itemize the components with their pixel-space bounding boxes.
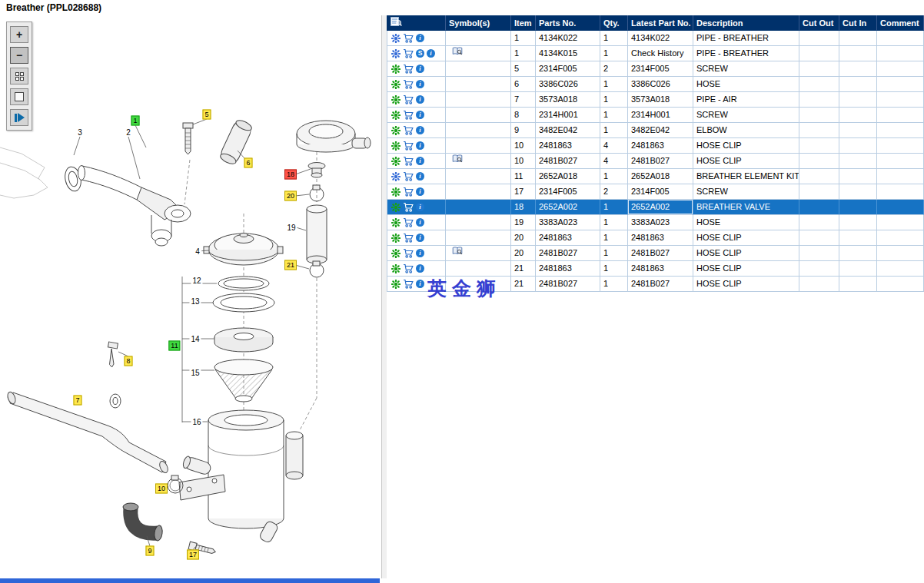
gear-icon[interactable]	[391, 95, 401, 104]
diagram-callout[interactable]: 2	[125, 128, 132, 137]
add-part-icon[interactable]	[391, 172, 401, 181]
info-icon[interactable]: i	[416, 264, 424, 273]
illustration-book-icon[interactable]	[452, 46, 463, 61]
diagram-callout[interactable]: 10	[155, 484, 168, 494]
cart-icon[interactable]	[403, 110, 414, 120]
table-row[interactable]: i202481B02712481B027HOSE CLIP	[387, 246, 924, 261]
add-part-icon[interactable]	[391, 34, 401, 43]
gear-icon[interactable]	[391, 264, 401, 273]
table-row[interactable]: i172314F00522314F005SCREW	[387, 184, 924, 200]
gear-icon[interactable]	[391, 141, 401, 151]
cart-icon[interactable]	[403, 171, 414, 181]
gear-icon[interactable]	[391, 65, 401, 74]
thumbnail-view-button[interactable]	[10, 68, 28, 84]
zoom-out-button[interactable]: −	[10, 47, 28, 64]
cart-icon[interactable]	[403, 217, 414, 227]
gear-icon[interactable]	[391, 249, 401, 258]
diagram-pane[interactable]: 153261820192141213141181571610917 + −	[0, 15, 381, 578]
info-icon[interactable]: i	[416, 172, 424, 181]
info-icon[interactable]: i	[416, 157, 424, 165]
gear-icon[interactable]	[391, 280, 401, 289]
illustration-book-icon[interactable]	[452, 154, 463, 168]
gear-icon[interactable]	[391, 80, 401, 89]
cart-icon[interactable]	[403, 141, 414, 151]
info-icon[interactable]: i	[427, 49, 435, 58]
column-header-latest-part-no[interactable]: Latest Part No.	[628, 15, 693, 31]
info-icon[interactable]: i	[416, 95, 424, 104]
gear-icon[interactable]	[391, 218, 401, 227]
table-row[interactable]: i21248186312481863HOSE CLIP	[387, 261, 924, 277]
cart-icon[interactable]	[403, 94, 414, 104]
diagram-callout[interactable]: 20	[284, 191, 297, 201]
info-icon[interactable]: i	[416, 34, 424, 42]
diagram-callout[interactable]: 3	[76, 128, 84, 137]
cart-icon[interactable]	[403, 156, 414, 166]
info-icon[interactable]: i	[416, 203, 424, 211]
illustration-book-icon[interactable]	[452, 246, 463, 260]
add-part-icon[interactable]	[391, 49, 401, 58]
cart-icon[interactable]	[403, 248, 414, 258]
diagram-callout[interactable]: 6	[244, 158, 252, 168]
gear-icon[interactable]	[391, 126, 401, 135]
diagram-callout[interactable]: 9	[145, 546, 154, 556]
column-header-symbol-s[interactable]: Symbol(s)	[446, 15, 511, 31]
cart-icon[interactable]	[403, 202, 414, 212]
pan-mode-button[interactable]	[10, 109, 28, 126]
diagram-callout[interactable]: 17	[187, 550, 199, 560]
column-header-item[interactable]: Item	[511, 15, 536, 31]
info-icon[interactable]: i	[416, 80, 424, 88]
cart-icon[interactable]	[403, 48, 414, 58]
info-icon[interactable]: i	[416, 249, 424, 257]
table-row[interactable]: i93482E04213482E042ELBOW	[387, 123, 924, 138]
supersession-icon[interactable]: S	[416, 49, 424, 58]
zoom-in-button[interactable]: +	[10, 26, 28, 43]
table-row[interactable]: i63386C02613386C026HOSE	[387, 77, 924, 92]
diagram-callout[interactable]: 14	[189, 335, 201, 343]
column-header-comment[interactable]: Comment	[877, 15, 924, 31]
diagram-callout[interactable]: 11	[168, 341, 180, 351]
diagram-callout[interactable]: 12	[191, 277, 202, 285]
table-row[interactable]: i10248186342481863HOSE CLIP	[387, 138, 924, 154]
table-row[interactable]: i52314F00522314F005SCREW	[387, 61, 924, 77]
cart-icon[interactable]	[403, 187, 414, 197]
diagram-callout[interactable]: 8	[124, 356, 132, 366]
column-header-icons[interactable]	[387, 15, 446, 31]
gear-icon[interactable]	[391, 203, 401, 212]
diagram-callout[interactable]: 21	[284, 260, 297, 270]
table-row[interactable]: i14134K02214134K022PIPE - BREATHER	[387, 31, 924, 46]
info-icon[interactable]: i	[416, 218, 424, 227]
info-icon[interactable]: i	[416, 141, 424, 150]
gear-icon[interactable]	[391, 157, 401, 166]
full-view-button[interactable]	[10, 88, 28, 105]
diagram-callout[interactable]: 5	[202, 110, 211, 120]
gear-icon[interactable]	[391, 111, 401, 120]
info-icon[interactable]: i	[416, 111, 424, 119]
column-header-cut-out[interactable]: Cut Out	[799, 15, 839, 31]
gear-icon[interactable]	[391, 187, 401, 197]
cart-icon[interactable]	[403, 263, 414, 273]
info-icon[interactable]: i	[416, 280, 424, 288]
cart-icon[interactable]	[403, 64, 414, 74]
diagram-callout[interactable]: 4	[194, 247, 201, 256]
cart-icon[interactable]	[403, 125, 414, 135]
table-row[interactable]: i73573A01813573A018PIPE - AIR	[387, 92, 924, 108]
column-header-qty[interactable]: Qty.	[600, 15, 628, 31]
cart-icon[interactable]	[403, 79, 414, 89]
table-row[interactable]: i20248186312481863HOSE CLIP	[387, 230, 924, 246]
cart-icon[interactable]	[403, 233, 414, 243]
diagram-callout[interactable]: 15	[189, 369, 201, 377]
cart-icon[interactable]	[403, 33, 414, 43]
table-row[interactable]: Si14134K0151Check HistoryPIPE - BREATHER	[387, 46, 924, 61]
table-row[interactable]: i112652A01812652A018BREATHER ELEMENT KIT	[387, 169, 924, 184]
info-icon[interactable]: i	[416, 126, 424, 134]
info-icon[interactable]: i	[416, 187, 424, 196]
diagram-callout[interactable]: 7	[73, 396, 81, 406]
table-row[interactable]: i102481B02742481B027HOSE CLIP	[387, 154, 924, 169]
column-header-parts-no[interactable]: Parts No.	[536, 15, 600, 31]
gear-icon[interactable]	[391, 234, 401, 243]
diagram-callout[interactable]: 19	[285, 224, 297, 232]
diagram-callout[interactable]: 18	[284, 170, 297, 180]
diagram-horizontal-scrollbar[interactable]	[0, 578, 380, 583]
column-header-description[interactable]: Description	[693, 15, 799, 31]
info-icon[interactable]: i	[416, 65, 424, 73]
